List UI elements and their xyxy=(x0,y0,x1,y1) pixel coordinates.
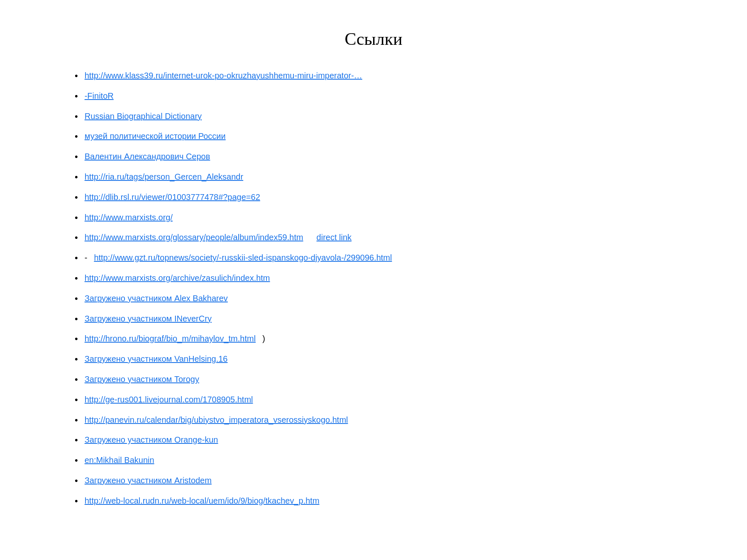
link-13[interactable]: Загружено участником INeverCry xyxy=(85,313,212,324)
link-7[interactable]: http://dlib.rsl.ru/viewer/01003777478#?p… xyxy=(85,191,260,203)
list-item: http://www.marxists.org/archive/zasulich… xyxy=(75,272,697,285)
list-item: Загружено участником Torogy xyxy=(75,373,697,386)
list-item: Загружено участником INeverCry xyxy=(75,313,697,326)
link-prefix: - xyxy=(85,252,88,263)
list-item: http://www.klass39.ru/internet-urok-po-o… xyxy=(75,70,697,83)
link-suffix: ) xyxy=(262,333,265,344)
list-item: en:Mikhail Bakunin xyxy=(75,454,697,467)
list-item: http://hrono.ru/biograf/bio_m/mihaylov_t… xyxy=(75,333,697,346)
list-item: http://www.marxists.org/ xyxy=(75,212,697,224)
link-8[interactable]: http://www.marxists.org/ xyxy=(85,212,173,223)
link-10[interactable]: http://www.gzt.ru/topnews/society/-russk… xyxy=(94,252,392,263)
link-4[interactable]: музей политической истории России xyxy=(85,130,226,142)
link-11[interactable]: http://www.marxists.org/archive/zasulich… xyxy=(85,272,270,284)
link-5[interactable]: Валентин Александрович Серов xyxy=(85,151,210,162)
links-list: http://www.klass39.ru/internet-urok-po-o… xyxy=(50,70,697,508)
link-9[interactable]: http://www.marxists.org/glossary/people/… xyxy=(85,231,303,243)
list-item: Загружено участником Orange-kun xyxy=(75,434,697,447)
link-15[interactable]: Загружено участником VanHelsing.16 xyxy=(85,353,228,365)
list-item: Загружено участником Aristodem xyxy=(75,475,697,487)
list-item: Загружено участником Alex Bakharev xyxy=(75,292,697,305)
page-title: Ссылки xyxy=(50,29,697,49)
list-item: http://panevin.ru/calendar/big/ubiystvo_… xyxy=(75,414,697,427)
list-item: Валентин Александрович Серов xyxy=(75,151,697,163)
link-19[interactable]: Загружено участником Orange-kun xyxy=(85,434,218,446)
link-14[interactable]: http://hrono.ru/biograf/bio_m/mihaylov_t… xyxy=(85,333,256,344)
list-item: - http://www.gzt.ru/topnews/society/-rus… xyxy=(75,252,697,265)
list-item: http://web-local.rudn.ru/web-local/uem/i… xyxy=(75,495,697,508)
link-21[interactable]: Загружено участником Aristodem xyxy=(85,475,212,486)
link-22[interactable]: http://web-local.rudn.ru/web-local/uem/i… xyxy=(85,495,320,506)
link-3[interactable]: Russian Biographical Dictionary xyxy=(85,110,202,122)
link-17[interactable]: http://ge-rus001.livejournal.com/1708905… xyxy=(85,394,253,405)
link-18[interactable]: http://panevin.ru/calendar/big/ubiystvo_… xyxy=(85,414,348,426)
link-2[interactable]: -FinitoR xyxy=(85,90,114,102)
link-20[interactable]: en:Mikhail Bakunin xyxy=(85,454,154,466)
link-12[interactable]: Загружено участником Alex Bakharev xyxy=(85,292,228,304)
link-16[interactable]: Загружено участником Torogy xyxy=(85,373,199,385)
list-item: Russian Biographical Dictionary xyxy=(75,110,697,123)
extra-link-9[interactable]: direct link xyxy=(317,231,352,243)
list-item: http://www.marxists.org/glossary/people/… xyxy=(75,231,697,244)
link-6[interactable]: http://ria.ru/tags/person_Gercen_Aleksan… xyxy=(85,171,243,183)
list-item: -FinitoR xyxy=(75,90,697,103)
list-item: Загружено участником VanHelsing.16 xyxy=(75,353,697,366)
list-item: http://ge-rus001.livejournal.com/1708905… xyxy=(75,394,697,407)
list-item: музей политической истории России xyxy=(75,130,697,143)
link-1[interactable]: http://www.klass39.ru/internet-urok-po-o… xyxy=(85,70,362,81)
list-item: http://ria.ru/tags/person_Gercen_Aleksan… xyxy=(75,171,697,184)
list-item: http://dlib.rsl.ru/viewer/01003777478#?p… xyxy=(75,191,697,204)
